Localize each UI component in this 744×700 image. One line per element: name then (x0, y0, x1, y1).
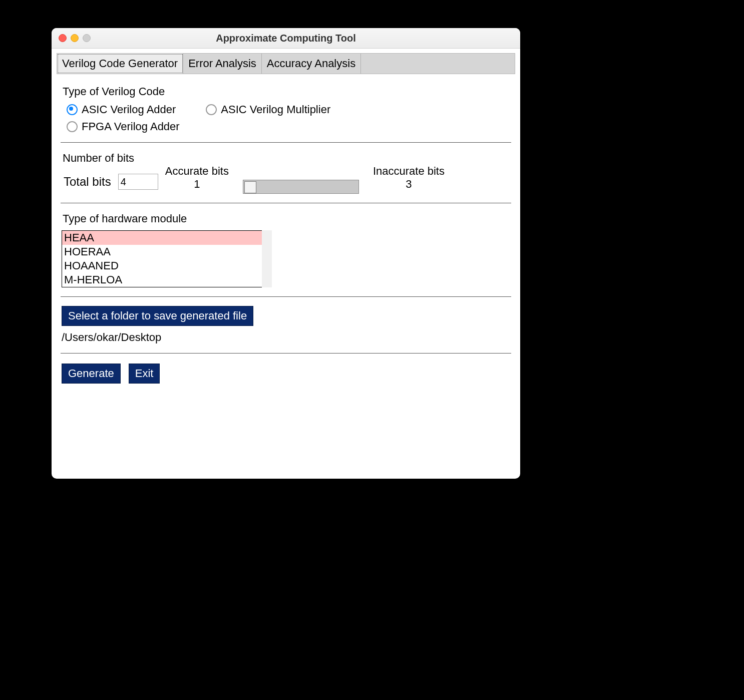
accurate-bits-col: Accurate bits 1 (165, 165, 229, 191)
bits-slider-area: Accurate bits 1 Inaccurate bits 3 (165, 165, 445, 194)
bits-row: Total bits Accurate bits 1 Inaccurate bi… (64, 170, 515, 194)
radio-asic-mult-label: ASIC Verilog Multiplier (221, 103, 330, 116)
verilog-type-label: Type of Verilog Code (63, 85, 515, 98)
zoom-window-button[interactable] (83, 34, 91, 42)
separator (61, 203, 511, 203)
radio-fpga-adder-label: FPGA Verilog Adder (82, 120, 180, 133)
total-bits-label: Total bits (64, 175, 111, 189)
separator (61, 142, 511, 143)
radio-asic-adder[interactable]: ASIC Verilog Adder (67, 103, 176, 116)
list-item[interactable]: HOERAA (62, 245, 262, 259)
exit-button[interactable]: Exit (129, 364, 160, 384)
titlebar: Approximate Computing Tool (52, 28, 520, 49)
tab-verilog-generator[interactable]: Verilog Code Generator (57, 54, 183, 74)
list-item[interactable]: M-HERLOA (62, 273, 262, 287)
hw-listbox-wrap: HEAA HOERAA HOAANED M-HERLOA (57, 230, 272, 287)
radio-dot-icon (67, 104, 78, 115)
close-window-button[interactable] (59, 34, 67, 42)
action-buttons: Generate Exit (62, 364, 515, 384)
radio-asic-adder-label: ASIC Verilog Adder (82, 103, 176, 116)
radio-dot-icon (206, 104, 217, 115)
tab-bar: Verilog Code Generator Error Analysis Ac… (57, 53, 515, 74)
tab-error-analysis[interactable]: Error Analysis (183, 54, 262, 74)
tab-content: Type of Verilog Code ASIC Verilog Adder … (57, 74, 515, 475)
client-area: Verilog Code Generator Error Analysis Ac… (57, 53, 515, 475)
separator (61, 353, 511, 354)
accurate-bits-value: 1 (165, 178, 229, 191)
radio-fpga-adder[interactable]: FPGA Verilog Adder (67, 120, 180, 133)
inaccurate-bits-col: Inaccurate bits 3 (373, 165, 445, 191)
slider-thumb-icon[interactable] (244, 181, 256, 193)
slider-wrap (239, 165, 363, 194)
bits-slider[interactable] (243, 180, 359, 194)
generate-button[interactable]: Generate (62, 364, 121, 384)
radio-dot-icon (67, 121, 78, 132)
tab-accuracy-analysis[interactable]: Accuracy Analysis (262, 54, 361, 74)
window-controls (59, 34, 91, 42)
selected-folder-path: /Users/okar/Desktop (62, 331, 515, 344)
bits-section-label: Number of bits (63, 152, 515, 165)
hw-module-listbox[interactable]: HEAA HOERAA HOAANED M-HERLOA (62, 230, 263, 287)
app-window: Approximate Computing Tool Verilog Code … (52, 28, 520, 479)
separator (61, 296, 511, 297)
inaccurate-bits-value: 3 (373, 178, 445, 191)
accurate-bits-label: Accurate bits (165, 165, 229, 178)
list-item[interactable]: HOAANED (62, 259, 262, 273)
inaccurate-bits-label: Inaccurate bits (373, 165, 445, 178)
radio-row-2: FPGA Verilog Adder (67, 120, 515, 133)
total-bits-input[interactable] (118, 174, 158, 190)
list-item[interactable]: HEAA (62, 231, 262, 245)
window-title: Approximate Computing Tool (52, 33, 520, 44)
listbox-scrollbar[interactable] (262, 230, 272, 287)
hw-module-label: Type of hardware module (63, 212, 515, 225)
radio-asic-multiplier[interactable]: ASIC Verilog Multiplier (206, 103, 330, 116)
minimize-window-button[interactable] (71, 34, 79, 42)
radio-row-1: ASIC Verilog Adder ASIC Verilog Multipli… (67, 103, 515, 116)
select-folder-button[interactable]: Select a folder to save generated file (62, 306, 253, 326)
